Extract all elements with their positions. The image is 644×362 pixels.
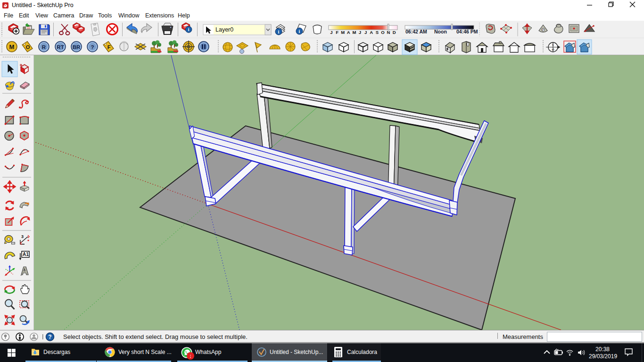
svg-text:?: ? bbox=[91, 44, 94, 50]
svg-text:P: P bbox=[542, 28, 545, 32]
svg-text:3: 3 bbox=[21, 234, 24, 239]
svg-text:RT: RT bbox=[57, 44, 64, 50]
svg-text:J: J bbox=[364, 30, 367, 35]
svg-text:BR: BR bbox=[73, 44, 81, 50]
svg-text:J: J bbox=[330, 30, 332, 35]
svg-text:M: M bbox=[341, 30, 345, 35]
svg-text:A: A bbox=[370, 30, 373, 35]
svg-text:S: S bbox=[376, 30, 379, 35]
svg-text:i: i bbox=[188, 27, 190, 32]
svg-text:i: i bbox=[278, 29, 280, 34]
svg-text:N: N bbox=[387, 30, 390, 35]
svg-text:a6: a6 bbox=[552, 48, 554, 51]
svg-text:F: F bbox=[336, 30, 339, 35]
svg-text:Noon: Noon bbox=[434, 29, 447, 34]
svg-text:F: F bbox=[107, 44, 111, 50]
svg-text:R: R bbox=[42, 44, 46, 50]
svg-text:04:46 PM: 04:46 PM bbox=[456, 29, 478, 34]
svg-text:i: i bbox=[299, 29, 300, 34]
svg-text:A: A bbox=[347, 30, 350, 35]
svg-text:M: M bbox=[9, 43, 15, 50]
svg-text:J: J bbox=[359, 30, 361, 35]
svg-text:A1: A1 bbox=[23, 252, 29, 257]
svg-text:O: O bbox=[26, 44, 30, 50]
svg-text:06:42 AM: 06:42 AM bbox=[405, 29, 427, 34]
svg-text:Layer0: Layer0 bbox=[215, 26, 233, 33]
svg-text:M: M bbox=[352, 30, 356, 35]
svg-text:O: O bbox=[381, 30, 384, 35]
svg-text:?: ? bbox=[48, 334, 51, 340]
svg-text:C: C bbox=[552, 43, 554, 46]
svg-text:D: D bbox=[393, 30, 396, 35]
